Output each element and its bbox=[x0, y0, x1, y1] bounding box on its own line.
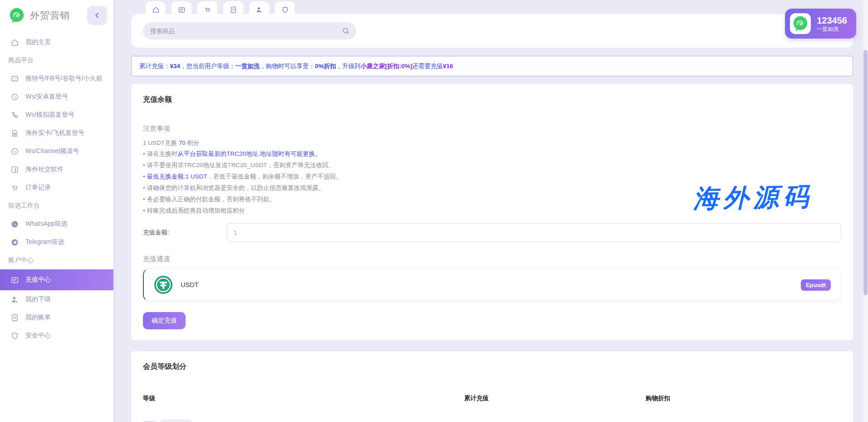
sidebar-item-label: WhatsApp筛选 bbox=[25, 220, 68, 228]
recharge-amount-input[interactable] bbox=[227, 223, 841, 242]
sidebar-item-ws-android[interactable]: Ws/安卓直登号 bbox=[0, 88, 113, 106]
tab-orders[interactable] bbox=[197, 1, 217, 18]
sidebar-item-my-bills[interactable]: 我的账单 bbox=[0, 308, 113, 327]
note-item: •请确保您的计算机和浏览器是安全的，以防止信息被篡改或泄露。 bbox=[143, 182, 841, 194]
levels-table: 等级 累计充值 购物折扣 LV1 一贫如洗 ¥0 0% bbox=[143, 394, 841, 422]
quick-tabs bbox=[146, 1, 853, 18]
cart-icon bbox=[204, 6, 211, 14]
note-link: 最低兑换金额:1 USDT bbox=[147, 173, 207, 180]
tab-security[interactable] bbox=[275, 1, 295, 18]
sidebar-menu: 我的主页 商品平台 推特号/FB号/谷歌号/小火箭 Ws/安卓直登号 Ws/模拟… bbox=[0, 30, 113, 345]
sidebar-item-label: 订单记录 bbox=[25, 184, 51, 192]
alert-text: 累计充值： bbox=[139, 62, 170, 70]
green-dragon-logo-icon bbox=[8, 7, 25, 24]
sidebar-section-filter: 筛选工作台 bbox=[0, 197, 113, 215]
user-star-icon bbox=[10, 295, 19, 304]
bill-icon bbox=[230, 6, 237, 14]
header-level: 等级 bbox=[143, 394, 464, 402]
sidebar-item-telegram-filter[interactable]: Telegram筛选 bbox=[0, 233, 113, 251]
confirm-recharge-button[interactable]: 确定充值 bbox=[143, 312, 186, 329]
chevron-left-icon bbox=[93, 11, 101, 20]
search-icon[interactable] bbox=[341, 26, 350, 35]
comment-icon bbox=[10, 74, 19, 83]
alert-needed-amount: ¥16 bbox=[443, 63, 453, 70]
notes-list: •请在兑换时从平台获取最新的TRC20地址,地址随时有可能更换。 •请不要使用非… bbox=[143, 148, 841, 216]
sidebar-item-label: 海外社交软件 bbox=[25, 165, 64, 174]
search-input[interactable] bbox=[143, 22, 356, 40]
sidebar-section-account: 账户中心 bbox=[0, 251, 113, 269]
shield-icon bbox=[281, 6, 289, 14]
sidebar-item-home[interactable]: 我的主页 bbox=[0, 33, 113, 51]
channel-name: USDT bbox=[181, 281, 801, 288]
notes-title: 注意事项 bbox=[143, 124, 841, 133]
whatsapp-icon bbox=[10, 147, 19, 156]
wallet-icon bbox=[10, 276, 19, 284]
sidebar-item-security-center[interactable]: 安全中心 bbox=[0, 327, 113, 345]
sidebar-item-ws-channel[interactable]: Ws/Channel频道号 bbox=[0, 142, 113, 160]
sidebar-item-label: 安全中心 bbox=[25, 332, 51, 340]
alert-amount: ¥34 bbox=[170, 63, 181, 70]
sidebar: 外贸营销 我的主页 商品平台 推特号/FB号/谷歌号/小火箭 Ws/安卓直登号 … bbox=[0, 0, 113, 422]
alert-next-level: 小康之家[折扣:0%] bbox=[361, 62, 412, 70]
note-text: 务必要输入正确的付款金额，否则将收不到款。 bbox=[147, 196, 276, 203]
sidebar-item-ws-emulator[interactable]: Ws/模拟器直登号 bbox=[0, 106, 113, 124]
tether-icon bbox=[154, 275, 173, 294]
page-scrollbar[interactable] bbox=[863, 0, 868, 422]
scrollbar-thumb[interactable] bbox=[863, 50, 868, 295]
sidebar-collapse-button[interactable] bbox=[87, 6, 107, 25]
sidebar-item-label: 海外实卡/飞机直登号 bbox=[25, 129, 84, 137]
note-item: •转账完成后系统将自动增加相应积分 bbox=[143, 205, 841, 216]
sidebar-item-overseas-social[interactable]: 海外社交软件 bbox=[0, 160, 113, 179]
sidebar-item-label: Ws/Channel频道号 bbox=[25, 147, 79, 155]
alert-discount: 0%折扣 bbox=[315, 62, 336, 70]
sidebar-item-twitter-accounts[interactable]: 推特号/FB号/谷歌号/小火箭 bbox=[0, 70, 113, 88]
sidebar-item-recharge-center[interactable]: 充值中心 bbox=[0, 269, 113, 290]
bill-icon bbox=[10, 313, 19, 322]
alert-text: ，您当前用户等级： bbox=[180, 62, 235, 70]
sidebar-item-my-subordinates[interactable]: 我的下级 bbox=[0, 290, 113, 308]
channel-section-title: 充值通道 bbox=[143, 255, 841, 263]
sidebar-item-label: 我的账单 bbox=[25, 313, 51, 322]
member-levels-title: 会员等级划分 bbox=[143, 362, 841, 372]
sidebar-item-orders[interactable]: 订单记录 bbox=[0, 179, 113, 197]
channel-option-usdt[interactable]: USDT Epusdt bbox=[143, 268, 841, 301]
alert-text: ，购物时可以享受： bbox=[260, 62, 315, 70]
facebook-icon bbox=[10, 165, 19, 174]
sidebar-section-products: 商品平台 bbox=[0, 51, 113, 70]
levels-table-header: 等级 累计充值 购物折扣 bbox=[143, 394, 841, 402]
whatsapp-icon bbox=[10, 93, 19, 101]
note-text: 请在兑换时 bbox=[147, 150, 178, 157]
note-text: 请不要使用非TRC20地址发送TRC20_USDT，否则资产将无法收回。 bbox=[147, 162, 334, 169]
recharge-card-title: 充值余额 bbox=[143, 95, 841, 104]
search-box bbox=[143, 22, 356, 40]
sidebar-item-whatsapp-filter[interactable]: WhatsApp筛选 bbox=[0, 215, 113, 233]
tab-bills[interactable] bbox=[223, 1, 243, 18]
sim-card-icon bbox=[10, 129, 19, 138]
telegram-icon bbox=[10, 238, 19, 247]
note-text: 转账完成后系统将自动增加相应积分 bbox=[147, 207, 245, 214]
main-content: 123456 一贫如洗 累计充值：¥34，您当前用户等级：一贫如洗，购物时可以享… bbox=[113, 0, 868, 422]
exchange-rate-value: 70 bbox=[179, 139, 186, 146]
sidebar-item-label: Telegram筛选 bbox=[25, 238, 64, 246]
recharge-card: 充值余额 注意事项 1 USDT兑换 70 积分 •请在兑换时从平台获取最新的T… bbox=[131, 84, 853, 340]
exchange-text: 1 USDT兑换 bbox=[143, 139, 179, 146]
home-icon bbox=[10, 38, 19, 47]
note-item: •最低兑换金额:1 USDT，若低于最低金额，则余额不增加，资产不追回。 bbox=[143, 171, 841, 182]
sidebar-item-label: Ws/模拟器直登号 bbox=[25, 111, 74, 119]
sidebar-item-label: 我的主页 bbox=[25, 38, 51, 46]
amount-label: 充值金额: bbox=[143, 228, 227, 237]
user-star-icon bbox=[255, 6, 263, 14]
user-level: 一贫如洗 bbox=[817, 26, 847, 33]
sidebar-item-label: 我的下级 bbox=[25, 295, 51, 303]
sidebar-item-label: Ws/安卓直登号 bbox=[25, 93, 68, 101]
sidebar-header: 外贸营销 bbox=[0, 0, 113, 30]
tab-home[interactable] bbox=[146, 1, 166, 18]
sidebar-item-overseas-sim[interactable]: 海外实卡/飞机直登号 bbox=[0, 124, 113, 142]
phone-icon bbox=[10, 111, 19, 119]
note-text: 请确保您的计算机和浏览器是安全的，以防止信息被篡改或泄露。 bbox=[147, 184, 325, 191]
tab-subordinates[interactable] bbox=[249, 1, 269, 18]
home-icon bbox=[152, 6, 160, 14]
tab-recharge[interactable] bbox=[172, 1, 191, 18]
user-badge[interactable]: 123456 一贫如洗 bbox=[785, 9, 856, 39]
sidebar-section-label: 账户中心 bbox=[8, 256, 34, 264]
